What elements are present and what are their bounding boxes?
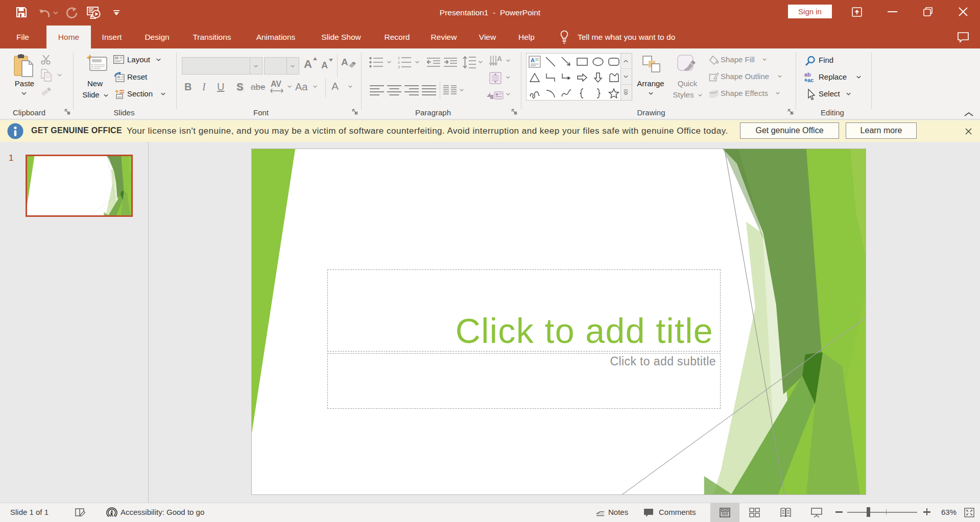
- svg-text:3: 3: [398, 65, 400, 69]
- svg-text:1: 1: [398, 56, 400, 60]
- svg-text:A: A: [531, 57, 535, 63]
- svg-text:ac: ac: [807, 77, 814, 83]
- svg-text:2: 2: [398, 61, 400, 64]
- svg-text:A: A: [497, 55, 502, 63]
